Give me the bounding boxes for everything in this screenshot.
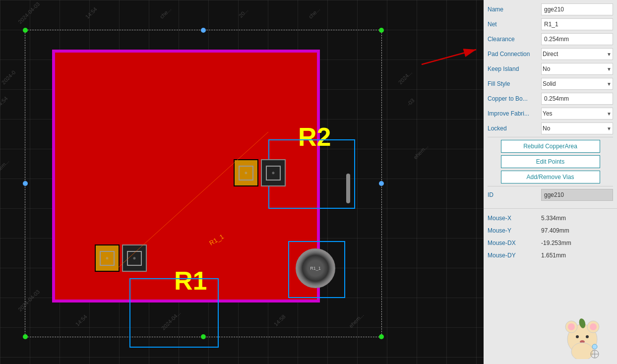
improve-fabri-row: Improve Fabri... Yes ▼ — [488, 107, 613, 120]
mouse-dy-value: 1.651mm — [541, 252, 613, 259]
watermark: 2024-0 — [0, 69, 17, 86]
bear-decoration — [484, 304, 617, 364]
fill-style-select[interactable]: Solid ▼ — [541, 78, 613, 90]
via-label: R1_1 — [310, 266, 321, 271]
svg-point-9 — [586, 335, 589, 338]
mouse-section: Mouse-X 5.334mm Mouse-Y 97.409mm Mouse-D… — [484, 211, 617, 264]
copper-to-bo-row: Copper to Bo... 0.254mm — [488, 92, 613, 105]
via-circle[interactable]: R1_1 — [296, 248, 335, 288]
corner-dot-br[interactable] — [379, 334, 384, 339]
watermark: 20... — [238, 7, 249, 19]
id-value: gge210 — [541, 189, 613, 201]
watermark: ehem... — [0, 158, 10, 175]
scroll-handle[interactable] — [346, 174, 350, 203]
pad-connection-label: Pad Connection — [488, 51, 541, 58]
mouse-y-value: 97.409mm — [541, 227, 613, 234]
edit-points-button[interactable]: Edit Points — [501, 155, 600, 168]
copper-zone[interactable]: R2 ⊕ ⊕ R1 ⊕ — [52, 50, 320, 303]
net-label: Net — [488, 21, 541, 28]
corner-dot-bl[interactable] — [23, 334, 28, 339]
improve-fabri-label: Improve Fabri... — [488, 110, 541, 117]
improve-fabri-select[interactable]: Yes ▼ — [541, 108, 613, 120]
improve-fabri-value: Yes — [543, 110, 553, 117]
add-remove-vias-button[interactable]: Add/Remove Vias — [501, 171, 600, 183]
fill-style-label: Fill Style — [488, 80, 541, 87]
divider-1 — [488, 137, 613, 137]
locked-row: Locked No ▼ — [488, 122, 613, 135]
watermark: 14:58 — [273, 313, 287, 327]
mouse-dy-label: Mouse-DY — [488, 252, 541, 259]
clearance-label: Clearance — [488, 36, 541, 43]
svg-line-2 — [422, 50, 476, 64]
corner-dot-ml[interactable] — [23, 181, 28, 186]
svg-point-7 — [590, 323, 597, 330]
watermark: 14:54 — [74, 313, 88, 327]
pad-connection-row: Pad Connection Direct ▼ — [488, 48, 613, 61]
keep-island-select[interactable]: No ▼ — [541, 63, 613, 75]
r1-pad-group: ⊕ ⊕ — [95, 244, 120, 272]
locked-value: No — [543, 125, 550, 132]
r2-pad-left[interactable]: ⊕ — [234, 159, 258, 186]
divider-2 — [488, 186, 613, 186]
watermark: 14:54 — [84, 6, 98, 20]
mouse-dx-row: Mouse-DX -19.253mm — [488, 238, 613, 248]
fill-style-row: Fill Style Solid ▼ — [488, 77, 613, 90]
r2-pad-group: ⊕ ⊕ — [234, 159, 258, 186]
pcb-canvas[interactable]: 2024-04-03 14:54 che... 20... che... 202… — [0, 0, 484, 364]
corner-dot-tm[interactable] — [201, 28, 206, 33]
rebuild-copper-area-button[interactable]: Rebuild CopperArea — [501, 140, 600, 153]
right-panel: Name gge210 Net R1_1 Clearance 0.254mm P… — [484, 0, 617, 364]
mouse-y-row: Mouse-Y 97.409mm — [488, 225, 613, 236]
pad-connection-value: Direct — [543, 51, 558, 58]
watermark: ehem... — [348, 312, 365, 329]
watermark: che... — [308, 6, 321, 20]
watermark: -03 — [406, 97, 416, 107]
keep-island-arrow-icon: ▼ — [607, 66, 612, 72]
r1-pad-left[interactable]: ⊕ — [95, 244, 120, 272]
mouse-x-value: 5.334mm — [541, 215, 613, 222]
mouse-dy-row: Mouse-DY 1.651mm — [488, 250, 613, 261]
corner-dot-tr[interactable] — [379, 28, 384, 33]
clearance-row: Clearance 0.254mm — [488, 33, 613, 46]
corner-dot-tl[interactable] — [23, 28, 28, 33]
svg-point-6 — [568, 323, 575, 330]
keep-island-row: Keep Island No ▼ — [488, 62, 613, 75]
name-label: Name — [488, 6, 541, 13]
keep-island-label: Keep Island — [488, 65, 541, 72]
r2-pad-left-inner: ⊕ — [239, 166, 253, 181]
r2-pad-right[interactable]: ⊕ — [261, 159, 286, 186]
svg-point-12 — [571, 343, 593, 359]
fill-style-arrow-icon: ▼ — [607, 81, 612, 87]
pad-connection-select[interactable]: Direct ▼ — [541, 48, 613, 60]
copper-to-bo-value[interactable]: 0.254mm — [541, 93, 613, 105]
watermark: che... — [159, 6, 173, 20]
id-label: ID — [488, 191, 541, 198]
pad-connection-arrow-icon: ▼ — [607, 52, 612, 57]
watermark: ehem... — [412, 143, 429, 160]
watermark: 2024-04-03 — [17, 1, 41, 25]
r2-pad-right-inner: ⊕ — [266, 166, 281, 181]
corner-dot-mr[interactable] — [379, 181, 384, 186]
net-value[interactable]: R1_1 — [541, 18, 613, 30]
locked-select[interactable]: No ▼ — [541, 122, 613, 134]
watermark: 2024-04-03 — [17, 289, 41, 312]
locked-arrow-icon: ▼ — [607, 126, 612, 131]
clearance-value[interactable]: 0.254mm — [541, 33, 613, 45]
divider-3 — [484, 208, 617, 209]
watermark: 2024... — [397, 69, 413, 85]
improve-fabri-arrow-icon: ▼ — [607, 111, 612, 117]
locked-label: Locked — [488, 125, 541, 132]
r1-selection-rect — [129, 278, 219, 348]
svg-point-13 — [592, 344, 597, 349]
name-row: Name gge210 — [488, 3, 613, 16]
mouse-dx-value: -19.253mm — [541, 240, 613, 246]
properties-section: Name gge210 Net R1_1 Clearance 0.254mm P… — [484, 0, 617, 206]
mouse-y-label: Mouse-Y — [488, 227, 541, 234]
fill-style-value: Solid — [543, 80, 556, 87]
keep-island-value: No — [543, 65, 550, 72]
r1-pad-right[interactable]: ⊕ — [122, 244, 147, 272]
bear-icon — [553, 309, 612, 359]
mouse-x-label: Mouse-X — [488, 215, 541, 222]
name-value[interactable]: gge210 — [541, 3, 613, 15]
r1-pad-right-inner: ⊕ — [127, 251, 142, 266]
